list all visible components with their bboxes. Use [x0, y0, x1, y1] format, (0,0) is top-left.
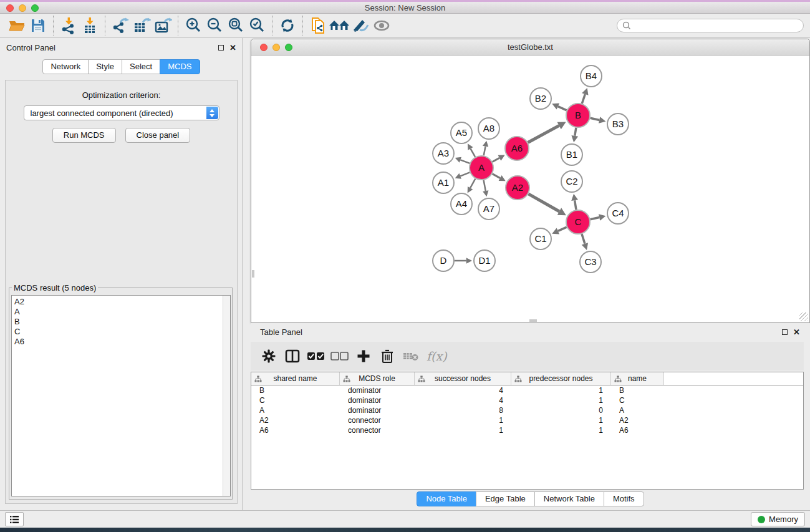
tab-select[interactable]: Select	[122, 59, 160, 74]
graph-edge-B-B1[interactable]	[575, 128, 576, 136]
close-table-panel-icon[interactable]: ✕	[793, 328, 800, 336]
export-table-button[interactable]	[131, 16, 152, 36]
graph-edge-C-C4[interactable]	[591, 218, 600, 220]
table-cell[interactable]: A	[251, 406, 340, 415]
graph-edge-A6-B[interactable]	[528, 125, 559, 142]
graph-edge-B-B4[interactable]	[582, 94, 585, 104]
add-column-button[interactable]	[353, 345, 374, 367]
table-cell[interactable]: dominator	[340, 406, 415, 415]
close-network-button[interactable]	[260, 44, 268, 51]
tab-style[interactable]: Style	[88, 59, 122, 74]
import-network-button[interactable]	[58, 16, 79, 36]
tab-motifs[interactable]: Motifs	[604, 491, 644, 506]
graph-edge-B-B3[interactable]	[591, 118, 600, 120]
network-graph[interactable]: AA6A2BCA5A8A3A1A4A7B2B4B3B1C2C4C1C3DD1	[251, 56, 809, 322]
render-details-button[interactable]	[350, 16, 371, 36]
table-cell[interactable]: 0	[511, 406, 611, 415]
minimize-window-button[interactable]	[19, 4, 26, 12]
graph-edge-A-A2[interactable]	[493, 174, 501, 178]
table-cell[interactable]: B	[251, 386, 340, 395]
graph-edge-A-A4[interactable]	[470, 179, 475, 188]
result-item[interactable]: C	[14, 327, 230, 337]
graph-edge-A-A8[interactable]	[484, 147, 486, 156]
import-table-button[interactable]	[79, 16, 100, 36]
node-table[interactable]: shared nameMCDS rolesuccessor nodesprede…	[251, 372, 804, 490]
table-row[interactable]: Bdominator41B	[251, 385, 803, 395]
table-cell[interactable]: C	[251, 396, 340, 405]
table-row[interactable]: A6connector11A6	[251, 425, 803, 435]
table-cell[interactable]: 4	[415, 386, 511, 395]
export-image-button[interactable]	[152, 16, 173, 36]
result-item[interactable]: A2	[14, 297, 230, 307]
table-cell[interactable]: 1	[415, 416, 511, 425]
graph-edge-B-B2[interactable]	[558, 107, 567, 110]
network-window-titlebar[interactable]: testGlobe.txt	[251, 39, 809, 56]
column-header-MCDS-role[interactable]: MCDS role	[340, 372, 415, 385]
graph-edge-A-A1[interactable]	[460, 172, 470, 176]
table-cell[interactable]: 4	[415, 396, 511, 405]
maximize-network-button[interactable]	[285, 44, 292, 51]
table-cell[interactable]: A6	[251, 426, 340, 435]
table-cell[interactable]: connector	[340, 426, 415, 435]
tab-network-table[interactable]: Network Table	[534, 491, 604, 506]
graph-edge-A2-C[interactable]	[528, 194, 559, 211]
tab-edge-table[interactable]: Edge Table	[476, 491, 535, 506]
tab-mcds[interactable]: MCDS	[160, 59, 200, 74]
delete-column-button[interactable]	[377, 345, 398, 367]
graph-edge-A-A7[interactable]	[484, 180, 486, 191]
delete-table-button[interactable]	[400, 345, 422, 367]
memory-button[interactable]: Memory	[751, 512, 805, 526]
table-row[interactable]: Adominator80A	[251, 405, 803, 415]
graph-edge-A-A3[interactable]	[460, 160, 470, 163]
graph-edge-C-C3[interactable]	[582, 234, 585, 244]
result-item[interactable]: A	[14, 307, 230, 317]
zoom-selected-button[interactable]	[246, 16, 268, 36]
graph-edge-C-C1[interactable]	[558, 227, 567, 231]
show-columns-button[interactable]	[282, 345, 303, 367]
zoom-fit-button[interactable]	[225, 16, 246, 36]
birds-eye-button[interactable]	[371, 16, 392, 36]
network-file-button[interactable]	[307, 16, 329, 36]
table-row[interactable]: Cdominator41C	[251, 395, 803, 405]
table-cell[interactable]: 1	[511, 426, 611, 435]
tab-node-table[interactable]: Node Table	[417, 491, 476, 506]
table-cell[interactable]: 1	[511, 396, 611, 405]
table-cell[interactable]: A2	[251, 416, 340, 425]
table-cell[interactable]: A2	[611, 416, 664, 425]
mcds-result-list[interactable]: A2ABCA6	[11, 295, 231, 496]
table-cell[interactable]: A	[611, 406, 664, 415]
export-network-button[interactable]	[110, 16, 131, 36]
resize-grip[interactable]	[799, 312, 808, 321]
table-cell[interactable]: dominator	[340, 396, 415, 405]
task-history-button[interactable]	[5, 512, 24, 526]
column-header-predecessor-nodes[interactable]: predecessor nodes	[511, 372, 611, 385]
table-cell[interactable]: B	[611, 386, 664, 395]
zoom-in-button[interactable]	[183, 16, 204, 36]
result-item[interactable]: A6	[14, 337, 230, 347]
float-table-panel-icon[interactable]	[782, 329, 788, 335]
criterion-select[interactable]: largest connected component (directed)	[24, 105, 219, 120]
table-cell[interactable]: connector	[340, 416, 415, 425]
result-list-scrollbar[interactable]	[223, 296, 230, 496]
column-header-name[interactable]: name	[611, 372, 664, 385]
deselect-all-button[interactable]	[329, 345, 350, 367]
table-cell[interactable]: 1	[511, 386, 611, 395]
search-input[interactable]	[634, 21, 798, 30]
function-builder-button[interactable]: f(x)	[424, 345, 447, 367]
graph-edge-A-A5[interactable]	[471, 148, 476, 157]
close-window-button[interactable]	[6, 4, 14, 12]
float-panel-icon[interactable]	[218, 45, 224, 51]
tab-network[interactable]: Network	[42, 59, 89, 74]
table-cell[interactable]: 8	[415, 406, 511, 415]
close-panel-icon[interactable]: ✕	[229, 44, 236, 52]
column-header-shared-name[interactable]: shared name	[251, 372, 340, 385]
table-cell[interactable]: dominator	[340, 386, 415, 395]
maximize-window-button[interactable]	[31, 4, 39, 12]
table-cell[interactable]: 1	[511, 416, 611, 425]
minimize-network-button[interactable]	[272, 44, 280, 51]
network-canvas[interactable]: AA6A2BCA5A8A3A1A4A7B2B4B3B1C2C4C1C3DD1	[251, 56, 809, 322]
result-item[interactable]: B	[14, 317, 230, 327]
graph-edge-C-C2[interactable]	[575, 200, 576, 210]
table-cell[interactable]: A6	[611, 426, 664, 435]
graph-edge-A-A6[interactable]	[493, 158, 499, 162]
